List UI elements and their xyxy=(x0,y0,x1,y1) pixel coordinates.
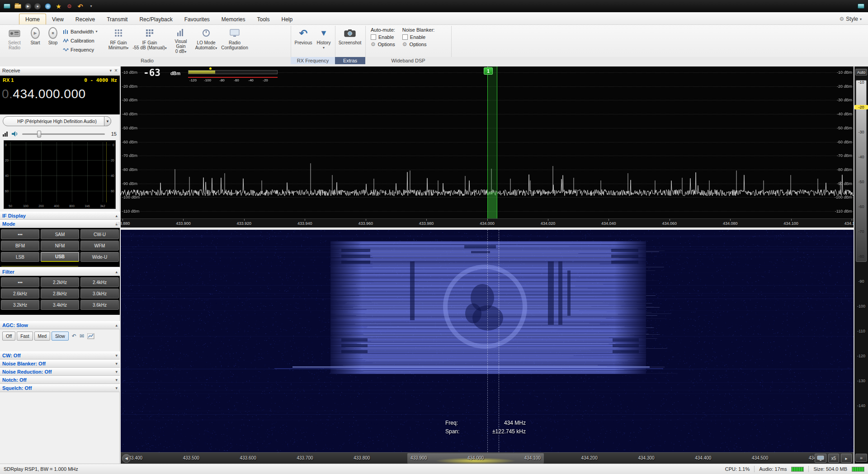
equalizer-icon[interactable] xyxy=(3,131,8,137)
noise-blanker-options-button[interactable]: ⚙ Options xyxy=(402,42,435,47)
section-noise-reduction[interactable]: Noise Reduction: Off▾ xyxy=(0,368,120,376)
chevron-up-icon[interactable]: ▴ xyxy=(115,270,118,274)
agc-button-slow[interactable]: Slow xyxy=(52,332,69,341)
spectrum-frequency-axis[interactable]: 433.880433.900433.920433.940433.960433.9… xyxy=(121,218,854,228)
chevron-up-icon[interactable]: ▴ xyxy=(115,213,118,218)
mode-button-[interactable]: ••• xyxy=(1,229,39,239)
frequency-button[interactable]: Frequency xyxy=(61,46,106,53)
chevron-down-icon[interactable]: ▾ xyxy=(115,361,118,366)
play-icon[interactable]: ▶ xyxy=(25,3,31,9)
navigator-left-button[interactable]: ◀ xyxy=(122,454,131,463)
radio-configuration-button[interactable]: Radio Configuration xyxy=(219,26,250,56)
chevron-down-icon[interactable]: ▾ xyxy=(115,353,118,358)
agc-button-med[interactable]: Med xyxy=(34,332,50,341)
stop-button[interactable]: ■ Stop xyxy=(44,26,61,56)
globe-icon[interactable] xyxy=(44,2,52,10)
mode-button-usb[interactable]: USB xyxy=(41,252,79,262)
agc-button-off[interactable]: Off xyxy=(2,332,15,341)
tab-favourites[interactable]: Favourites xyxy=(179,14,216,24)
tab-tools[interactable]: Tools xyxy=(251,14,276,24)
tab-view[interactable]: View xyxy=(46,14,70,24)
tab-home[interactable]: Home xyxy=(19,14,46,24)
frequency-navigator[interactable]: 433.400433.500433.600433.700433.800433.9… xyxy=(121,452,854,464)
audio-device-dropdown[interactable]: HP (Périphérique High Definition Audio) xyxy=(3,116,111,126)
section-if-display[interactable]: IF Display ▴ xyxy=(0,212,120,220)
navigator-right-button[interactable]: ▸ xyxy=(841,454,852,463)
chevron-down-icon[interactable]: ▾ xyxy=(115,378,118,382)
filter-button-2-8khz[interactable]: 2.8kHz xyxy=(41,289,79,299)
chevron-down-icon[interactable]: ▾ xyxy=(115,370,118,374)
frequency-display[interactable]: 0.434.000.000 xyxy=(2,86,86,101)
bandwidth-button[interactable]: Bandwidth ▾ xyxy=(61,28,106,35)
star-icon[interactable]: ★ xyxy=(55,2,62,10)
axis-label: 433.980 xyxy=(413,221,440,226)
section-filter[interactable]: Filter ▴ xyxy=(0,268,120,276)
audio-device-dropdown-arrow-icon[interactable]: ▼ xyxy=(104,116,111,126)
filter-button-more[interactable]: ••• xyxy=(1,277,39,287)
mode-button-lsb[interactable]: LSB xyxy=(1,252,39,262)
navigator-display-button[interactable] xyxy=(815,454,826,463)
folder-icon[interactable] xyxy=(14,2,22,10)
tab-memories[interactable]: Memories xyxy=(216,14,251,24)
section-agc[interactable]: AGC: Slow ▴ xyxy=(0,321,120,329)
auto-level-button[interactable]: Auto xyxy=(855,69,867,76)
filter-button-2-2khz[interactable]: 2.2kHz xyxy=(41,277,79,287)
screenshot-button[interactable]: Screenshot xyxy=(337,26,363,56)
mode-button-cw-u[interactable]: CW-U xyxy=(80,229,119,239)
automute-enable-checkbox[interactable]: Enable xyxy=(371,34,395,40)
filter-button-3-0khz[interactable]: 3.0kHz xyxy=(80,289,119,299)
record-icon[interactable]: ● xyxy=(34,3,41,9)
filter-button-2-4khz[interactable]: 2.4kHz xyxy=(80,277,119,287)
tab-transmit[interactable]: Transmit xyxy=(101,14,133,24)
mode-button-bfm[interactable]: BFM xyxy=(1,241,39,251)
filter-button-2-6khz[interactable]: 2.6kHz xyxy=(1,289,39,299)
section-noise-blanker[interactable]: Noise Blanker: Off▾ xyxy=(0,360,120,368)
calibration-button[interactable]: Calibration xyxy=(61,37,106,44)
chevron-down-icon[interactable]: ▾ xyxy=(115,386,118,390)
filter-button-3-2khz[interactable]: 3.2kHz xyxy=(1,300,39,310)
tab-receive[interactable]: Receive xyxy=(70,14,101,24)
titlebar-caret-icon[interactable]: ▾ xyxy=(87,2,95,10)
automute-options-button[interactable]: ⚙ Options xyxy=(371,42,395,47)
filter-button-3-6khz[interactable]: 3.6kHz xyxy=(80,300,119,310)
close-icon[interactable]: × xyxy=(114,67,118,74)
mode-button-wide-u[interactable]: Wide-U xyxy=(80,252,119,262)
tools-icon[interactable]: ⚙ xyxy=(66,2,73,10)
speaker-icon[interactable] xyxy=(11,131,19,137)
mode-button-wfm[interactable]: WFM xyxy=(80,241,119,251)
rf-gain-button[interactable]: RF Gain Minimum▾ xyxy=(106,26,131,56)
chevron-up-icon[interactable]: ▴ xyxy=(115,323,118,327)
mode-button-nfm[interactable]: NFM xyxy=(41,241,79,251)
agc-envelope-icon[interactable]: ✉ xyxy=(80,333,84,339)
style-selector[interactable]: ⚙ Style ▾ xyxy=(840,16,862,24)
section-mode[interactable]: Mode ▴ xyxy=(0,220,120,228)
level-more-button[interactable]: » xyxy=(855,454,867,462)
tuning-marker-label[interactable]: 1 xyxy=(484,67,493,75)
section-squelch[interactable]: Squelch: Off▾ xyxy=(0,384,120,392)
undo-icon[interactable]: ↶ xyxy=(76,2,84,10)
filter-button-3-4khz[interactable]: 3.4kHz xyxy=(41,300,79,310)
agc-undo-icon[interactable]: ↶ xyxy=(72,333,76,339)
collapse-icon[interactable]: ▾ xyxy=(109,68,112,73)
lo-mode-button[interactable]: LO Mode Automatic▾ xyxy=(193,26,219,56)
if-gain-button[interactable]: IF Gain -55 dB (Manual)▾ xyxy=(131,26,168,56)
section-cw[interactable]: CW: Off▾ xyxy=(0,351,120,360)
section-notch[interactable]: Notch: Off▾ xyxy=(0,376,120,384)
volume-slider-handle[interactable] xyxy=(37,131,41,137)
start-button[interactable]: ▶ Start xyxy=(26,26,44,56)
receive-panel-header[interactable]: Receive ▾ × xyxy=(0,66,120,75)
volume-slider[interactable] xyxy=(22,133,105,135)
visual-gain-button[interactable]: Visual Gain 0 dB▾ xyxy=(168,26,193,56)
history-button[interactable]: ▼ History ▾ xyxy=(314,26,334,56)
mode-button-sam[interactable]: SAM xyxy=(41,229,79,239)
tab-help[interactable]: Help xyxy=(276,14,299,24)
noise-blanker-enable-checkbox[interactable]: Enable xyxy=(402,34,435,40)
tuning-marker-band-bottom xyxy=(488,192,497,218)
agc-chart-icon[interactable] xyxy=(87,333,94,339)
select-radio-button[interactable]: Select Radio xyxy=(3,26,26,56)
navigator-zoom-button[interactable]: x5 xyxy=(828,454,839,463)
tuning-marker-band[interactable] xyxy=(487,66,497,218)
previous-button[interactable]: ↶ Previous xyxy=(293,26,314,56)
agc-button-fast[interactable]: Fast xyxy=(17,332,33,341)
tab-rec-playback[interactable]: Rec/Playback xyxy=(133,14,178,24)
